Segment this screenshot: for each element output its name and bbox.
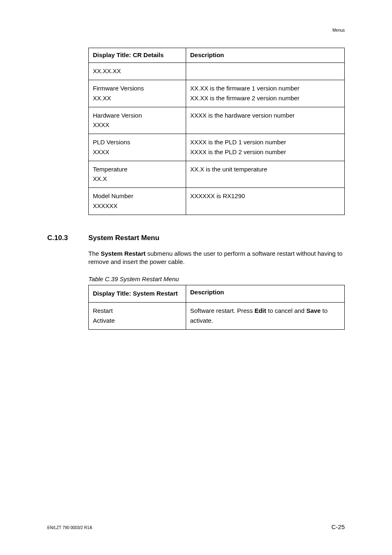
- footer-page-number: C-25: [331, 523, 345, 530]
- header-section-label: Menus: [332, 28, 345, 32]
- table2-caption-rest: System Restart Menu: [118, 275, 179, 282]
- table1-r5-right: XXXXXX is RX1290: [186, 188, 344, 215]
- table1-r4-right: XX.X is the unit temperature: [186, 161, 344, 188]
- t2-right-mid: to cancel and: [266, 307, 307, 314]
- section-title: System Restart Menu: [88, 234, 159, 242]
- table1-r0-left: XX.XX.XX: [89, 63, 186, 80]
- table1-r5-left: Model NumberXXXXXX: [89, 188, 186, 215]
- cr-details-table: Display Title: CR Details Description XX…: [88, 48, 345, 215]
- table2-r0-left: RestartActivate: [89, 303, 186, 330]
- table-row: PLD VersionsXXXX XXXX is the PLD 1 versi…: [89, 134, 345, 161]
- system-restart-table: Display Title: System Restart Descriptio…: [88, 285, 345, 330]
- table-row: RestartActivate Software restart. Press …: [89, 303, 345, 330]
- table2-caption: Table C.39 System Restart Menu: [88, 275, 345, 282]
- table1-r2-left: Hardware VersionXXXX: [89, 107, 186, 134]
- para-pre: The: [88, 250, 101, 257]
- table2-header-left: Display Title: System Restart: [89, 285, 186, 303]
- section-number: C.10.3: [47, 234, 88, 242]
- table-row: XX.XX.XX: [89, 63, 345, 80]
- table2-caption-lead: Table C.39: [88, 275, 118, 282]
- t2-right-bold2: Save: [306, 307, 321, 314]
- table-row: Hardware VersionXXXX XXXX is the hardwar…: [89, 107, 345, 134]
- table1-r1-left: Firmware VersionsXX.XX: [89, 80, 186, 107]
- table1-r4-left: TemperatureXX.X: [89, 161, 186, 188]
- table1-header-right: Description: [186, 48, 344, 63]
- table1-r2-right: XXXX is the hardware version number: [186, 107, 344, 134]
- footer-doc-id: EN/LZT 790 0003/2 R1A: [47, 525, 92, 530]
- table1-r1-right: XX.XX is the firmware 1 version numberXX…: [186, 80, 344, 107]
- table1-r3-left: PLD VersionsXXXX: [89, 134, 186, 161]
- table-row: TemperatureXX.X XX.X is the unit tempera…: [89, 161, 345, 188]
- t2-right-bold1: Edit: [254, 307, 266, 314]
- section-paragraph: The System Restart submenu allows the us…: [88, 250, 345, 266]
- table1-r3-right: XXXX is the PLD 1 version numberXXXX is …: [186, 134, 344, 161]
- para-bold: System Restart: [101, 250, 145, 257]
- table-row: Firmware VersionsXX.XX XX.XX is the firm…: [89, 80, 345, 107]
- table2-header-right: Description: [186, 285, 344, 303]
- t2-right-pre: Software restart. Press: [190, 307, 255, 314]
- table1-header-left: Display Title: CR Details: [89, 48, 186, 63]
- table2-r0-right: Software restart. Press Edit to cancel a…: [186, 303, 344, 330]
- table1-r0-right: [186, 63, 344, 80]
- table-row: Model NumberXXXXXX XXXXXX is RX1290: [89, 188, 345, 215]
